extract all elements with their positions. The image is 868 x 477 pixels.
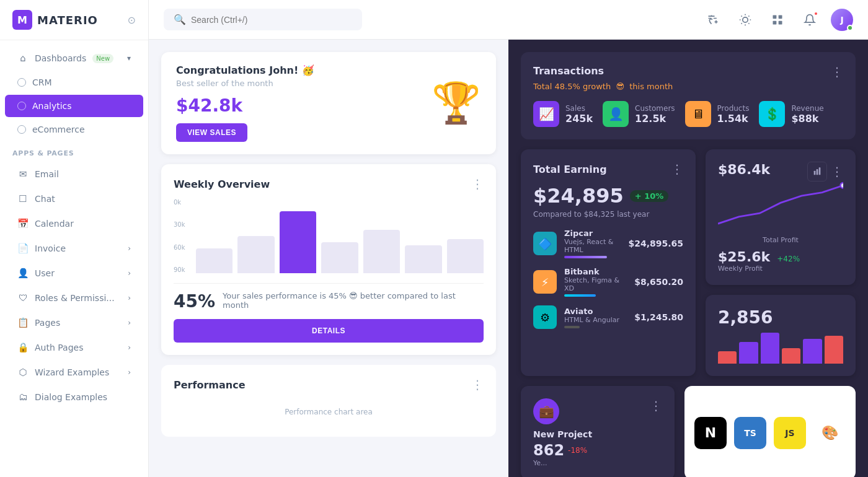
profit-info: $25.6k +42% Weekly Profit	[718, 249, 800, 273]
wizard-icon: ⬡	[17, 367, 29, 378]
earning-item-tech: Vuejs, React & HTML	[564, 238, 621, 254]
home-icon: ⌂	[17, 53, 29, 64]
sales-icon: 📈	[533, 101, 559, 127]
revenue-icon: 💲	[759, 101, 785, 127]
dots-menu-icon[interactable]: ⋮	[831, 64, 843, 79]
sidebar-item-dashboards[interactable]: ⌂ Dashboards New ▾	[5, 46, 143, 70]
sidebar-item-label: User	[35, 268, 55, 278]
trans-item-info: Products 1.54k	[717, 104, 750, 125]
trans-label: Customers	[635, 104, 675, 113]
header: 🔍 J	[149, 0, 868, 40]
sidebar-item-user[interactable]: 👤 User ›	[5, 261, 143, 285]
trans-item-sales: 📈 Sales 245k	[533, 101, 593, 127]
project-tech-row: 💼 ⋮ New Project 862 -18% Ye... N TS JS 🎨	[521, 386, 856, 477]
brightness-icon[interactable]	[734, 9, 756, 31]
view-sales-button[interactable]: VIEW SALES	[176, 123, 247, 142]
dots-menu-icon[interactable]: ⋮	[671, 162, 683, 177]
right-mini-cards: $86.4k ⋮	[706, 149, 856, 376]
line-chart	[718, 182, 843, 231]
sidebar-item-calendar[interactable]: 📅 Calendar	[5, 212, 143, 235]
sidebar-item-analytics[interactable]: Analytics	[5, 95, 143, 117]
trans-value: 12.5k	[635, 113, 675, 125]
search-icon: 🔍	[174, 14, 186, 25]
sidebar-item-label: Email	[35, 169, 59, 179]
earning-item-name: Zipcar	[564, 229, 621, 238]
svg-point-8	[841, 183, 843, 188]
stat-number: 2,856	[718, 307, 773, 328]
svg-rect-1	[773, 15, 777, 19]
sidebar-item-auth[interactable]: 🔒 Auth Pages ›	[5, 336, 143, 359]
sidebar-item-chat[interactable]: ☐ Chat	[5, 187, 143, 211]
dialog-icon: 🗂	[17, 392, 29, 403]
congrats-card: Congratulations John! 🥳 Best seller of t…	[161, 52, 496, 154]
details-button[interactable]: DETAILS	[174, 319, 484, 343]
apps-icon[interactable]	[766, 9, 789, 31]
earning-item-info: Aviato HTML & Angular	[564, 307, 627, 328]
sidebar-nav: ⌂ Dashboards New ▾ CRM Analytics eCommer…	[0, 40, 148, 415]
project-stat: 862	[533, 442, 564, 459]
sidebar-item-pages[interactable]: 📋 Pages ›	[5, 311, 143, 335]
search-input[interactable]	[191, 15, 352, 25]
dots-menu-icon[interactable]: ⋮	[831, 164, 843, 179]
weekly-overview-card: Weekly Overview ⋮ 90k 60k 30k 0k	[161, 164, 496, 355]
profit-subtitle: Weekly Profit	[718, 265, 800, 273]
notification-icon[interactable]	[799, 9, 821, 31]
dots-menu-icon[interactable]: ⋮	[650, 398, 662, 413]
panel-light: Congratulations John! 🥳 Best seller of t…	[149, 40, 508, 477]
card-header: Total Earning ⋮	[533, 162, 683, 177]
earning-profit-row: Total Earning ⋮ $24,895 + 10% Compared t…	[521, 149, 856, 376]
sidebar-item-label: Roles & Permissi...	[35, 293, 115, 303]
translate-icon[interactable]	[702, 9, 724, 31]
svg-rect-3	[773, 20, 777, 24]
earning-item-tech: Sketch, Figma & XD	[564, 276, 627, 292]
trans-item-revenue: 💲 Revenue $88k	[759, 101, 823, 127]
avatar[interactable]: J	[831, 9, 853, 31]
bar	[237, 236, 274, 273]
nextjs-logo: N	[694, 417, 727, 449]
sidebar-item-label: Dialog Examples	[35, 392, 107, 402]
javascript-logo: JS	[774, 417, 806, 449]
online-status-dot	[847, 25, 853, 31]
sidebar-logo: M MATERIO ⊙	[0, 0, 148, 40]
earning-compare: Compared to $84,325 last year	[533, 210, 683, 219]
trans-item-info: Customers 12.5k	[635, 104, 675, 125]
sidebar-item-crm[interactable]: CRM	[5, 71, 143, 94]
zipcar-logo: 🔷	[533, 232, 557, 255]
trans-subtitle-text: Total 48.5% growth	[533, 82, 611, 91]
sidebar-item-email[interactable]: ✉ Email	[5, 162, 143, 186]
sidebar-item-roles[interactable]: 🛡 Roles & Permissi... ›	[5, 286, 143, 310]
layout-icon[interactable]: ⊙	[128, 14, 136, 26]
project-change: -18%	[568, 446, 587, 455]
congrats-amount: $42.8k	[176, 95, 314, 116]
earning-item-bitbank: ⚡ Bitbank Sketch, Figma & XD $8,650.20	[533, 267, 683, 297]
svg-rect-7	[819, 167, 821, 175]
trans-label: Revenue	[791, 104, 823, 113]
sidebar-item-dialog[interactable]: 🗂 Dialog Examples	[5, 385, 143, 409]
sidebar-item-invoice[interactable]: 📄 Invoice ›	[5, 237, 143, 260]
dots-menu-icon[interactable]: ⋮	[471, 177, 484, 191]
bar-chart	[174, 199, 484, 273]
trans-label: Sales	[565, 104, 593, 113]
mini-bar	[761, 333, 779, 364]
email-icon: ✉	[17, 168, 29, 180]
profit-value: $25.6k	[718, 249, 770, 265]
search-bar[interactable]: 🔍	[164, 9, 362, 30]
earning-value: $24,895	[533, 184, 624, 208]
user-icon: 👤	[17, 268, 29, 279]
svg-rect-2	[779, 15, 782, 19]
notification-dot	[813, 11, 818, 16]
project-name: New Project	[533, 429, 662, 439]
trans-item-info: Revenue $88k	[791, 104, 823, 125]
sidebar-item-ecommerce[interactable]: eCommerce	[5, 118, 143, 141]
trans-value: $88k	[791, 113, 823, 125]
sidebar-item-label: Auth Pages	[35, 343, 83, 352]
earning-item-amount: $1,245.80	[634, 312, 683, 322]
card-header: Performance ⋮	[174, 377, 484, 392]
invoice-icon: 📄	[17, 243, 29, 254]
sidebar-item-wizard[interactable]: ⬡ Wizard Examples ›	[5, 361, 143, 384]
chevron-down-icon: ▾	[127, 54, 131, 63]
sidebar-item-label: CRM	[32, 77, 52, 87]
profit-amount: $86.4k	[718, 162, 770, 177]
earning-title: Total Earning	[533, 164, 607, 175]
dots-menu-icon[interactable]: ⋮	[471, 377, 484, 392]
